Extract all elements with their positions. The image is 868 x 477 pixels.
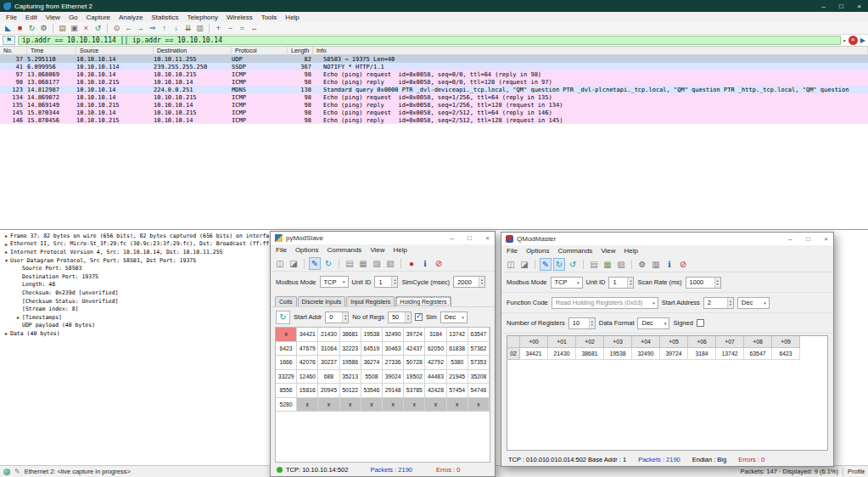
raw-data-icon[interactable]: ▧ (615, 258, 627, 271)
zoom-out-icon[interactable]: − (225, 23, 236, 34)
about-icon[interactable]: ℹ (419, 257, 431, 270)
modbus-settings-icon[interactable]: ⚙ (636, 258, 648, 271)
holding-register-cell[interactable]: 21430 (318, 328, 339, 342)
request-icon[interactable]: ↺ (567, 258, 579, 271)
spinner-arrows-icon[interactable]: ▴▾ (589, 318, 595, 328)
bus-monitor-icon[interactable]: ▥ (650, 258, 662, 271)
serial-settings-icon[interactable]: ▨ (371, 257, 383, 270)
holding-register-cell[interactable]: 8556 (276, 384, 297, 398)
holding-register-cell[interactable]: 5280 (276, 398, 297, 412)
capture-options-icon[interactable]: ⚙ (38, 23, 49, 34)
data-format-select[interactable]: Dec ▾ (637, 317, 669, 329)
holding-register-cell[interactable]: x (276, 328, 297, 342)
holding-register-cell[interactable]: 35208 (468, 370, 490, 384)
holding-register-cell[interactable]: x (404, 398, 425, 412)
register-value-cell[interactable]: 32490 (632, 348, 660, 360)
zoom-in-icon[interactable]: + (213, 23, 224, 34)
menu-item-telephony[interactable]: Telephony (183, 14, 222, 21)
menu-item-go[interactable]: Go (64, 14, 82, 21)
packet-row-146[interactable]: 14615.87045610.10.10.21510.10.10.14ICMP9… (0, 116, 868, 124)
restart-capture-icon[interactable]: ↻ (26, 23, 37, 34)
holding-register-cell[interactable]: 19538 (361, 328, 383, 342)
expander-icon[interactable]: ▸ (3, 233, 10, 238)
register-value-cell[interactable]: 39724 (660, 348, 688, 360)
menu-item-view[interactable]: View (596, 247, 619, 255)
register-value-cell[interactable]: 38681 (576, 348, 604, 360)
go-back-icon[interactable]: ← (123, 23, 134, 34)
holding-register-cell[interactable]: 42792 (425, 356, 446, 370)
qmodmaster-titlebar[interactable]: QModMaster – □ × (501, 233, 833, 245)
holding-register-cell[interactable]: 34421 (297, 328, 318, 342)
expander-icon[interactable]: ▸ (3, 330, 10, 336)
holding-register-cell[interactable]: 42428 (425, 384, 446, 398)
close-file-icon[interactable]: × (81, 23, 92, 34)
function-code-select[interactable]: Read Holding Registers (0x03) ▾ (552, 297, 658, 309)
column-header-destination[interactable]: Destination (154, 47, 232, 54)
unit-id-spinbox[interactable]: 1 ▴▾ (608, 277, 634, 289)
menu-item-view[interactable]: View (42, 14, 64, 21)
holding-register-cell[interactable]: x (340, 398, 361, 412)
column-header-no[interactable]: No. (0, 47, 27, 54)
menu-item-file[interactable]: File (2, 14, 21, 21)
holding-register-cell[interactable]: 32490 (383, 328, 404, 342)
menu-item-view[interactable]: View (366, 246, 389, 254)
packet-row-41[interactable]: 416.09995610.10.10.114239.255.255.250SSD… (0, 63, 868, 70)
minimize-icon[interactable]: – (445, 234, 459, 242)
tcp-settings-icon[interactable]: ▧ (384, 257, 396, 270)
holding-register-cell[interactable]: 20945 (318, 384, 339, 398)
holding-register-cell[interactable]: 29148 (383, 384, 404, 398)
go-last-icon[interactable]: ↓ (171, 23, 182, 34)
go-to-packet-icon[interactable]: ⇒ (147, 23, 158, 34)
holding-register-cell[interactable]: 13742 (447, 328, 468, 342)
connect-icon[interactable]: ◫ (505, 258, 517, 271)
maximize-icon[interactable]: □ (462, 234, 477, 242)
start-stop-icon[interactable]: ● (406, 257, 417, 270)
holding-register-cell[interactable]: 50122 (340, 384, 361, 398)
modbus-mode-select[interactable]: TCP ▾ (320, 276, 349, 288)
menu-item-tools[interactable]: Tools (257, 14, 282, 21)
unit-id-spinbox[interactable]: 1 ▴▾ (374, 276, 398, 288)
holding-register-cell[interactable]: 50728 (404, 356, 425, 370)
holding-register-cell[interactable]: 5380 (447, 356, 468, 370)
holding-register-cell[interactable]: 31064 (318, 342, 339, 356)
register-value-cell[interactable]: 3184 (688, 348, 716, 360)
scan-rate-spinbox[interactable]: 1000 ▴▾ (686, 277, 721, 289)
holding-register-cell[interactable]: 61838 (447, 342, 468, 356)
menu-item-options[interactable]: Options (291, 246, 323, 254)
holding-register-cell[interactable]: 36274 (361, 356, 383, 370)
edit-registers-icon[interactable]: ✎ (309, 257, 321, 270)
find-packet-icon[interactable]: ⊙ (111, 23, 122, 34)
holding-register-cell[interactable]: x (383, 398, 404, 412)
open-file-icon[interactable]: ▤ (57, 23, 68, 34)
filter-dropdown-icon[interactable]: ▾ (843, 37, 846, 43)
holding-register-cell[interactable]: 6423 (276, 342, 297, 356)
close-icon[interactable]: × (819, 235, 833, 243)
edit-icon[interactable]: ✎ (540, 258, 552, 271)
read-data-icon[interactable]: ▤ (588, 258, 600, 271)
simcycle-spinbox[interactable]: 2000 ▴▾ (453, 276, 485, 288)
spinner-arrows-icon[interactable]: ▴▾ (727, 298, 733, 308)
sim-checkbox[interactable] (415, 313, 423, 321)
spinner-arrows-icon[interactable]: ▴▾ (479, 277, 484, 287)
spinner-arrows-icon[interactable]: ▴▾ (342, 312, 348, 323)
close-icon[interactable]: × (480, 234, 495, 242)
column-header-length[interactable]: Length (288, 47, 313, 54)
holding-register-cell[interactable]: 39024 (383, 370, 404, 384)
register-value-cell[interactable]: 6423 (772, 348, 800, 360)
scan-icon[interactable]: ↻ (553, 258, 565, 271)
maximize-icon[interactable]: □ (832, 0, 850, 12)
start-address-spinbox[interactable]: 2 ▴▾ (703, 297, 734, 309)
about-icon[interactable]: ℹ (664, 258, 675, 271)
menu-item-help[interactable]: Help (281, 14, 303, 21)
holding-register-cell[interactable]: x (447, 398, 468, 412)
holding-register-cell[interactable]: 15816 (297, 384, 318, 398)
packet-row-134[interactable]: 13414.86907210.10.10.1410.10.10.215ICMP9… (0, 93, 868, 101)
holding-register-cell[interactable]: 5508 (361, 370, 383, 384)
signed-checkbox[interactable] (697, 319, 704, 327)
menu-item-analyze[interactable]: Analyze (115, 14, 147, 21)
go-forward-icon[interactable]: → (135, 23, 146, 34)
packet-row-37[interactable]: 375.29511010.10.10.1410.10.11.255UDP8258… (0, 55, 868, 63)
apply-filter-icon[interactable]: ▶ (860, 36, 865, 45)
register-value-cell[interactable]: 13742 (716, 348, 744, 360)
holding-register-cell[interactable]: 30237 (318, 356, 339, 370)
